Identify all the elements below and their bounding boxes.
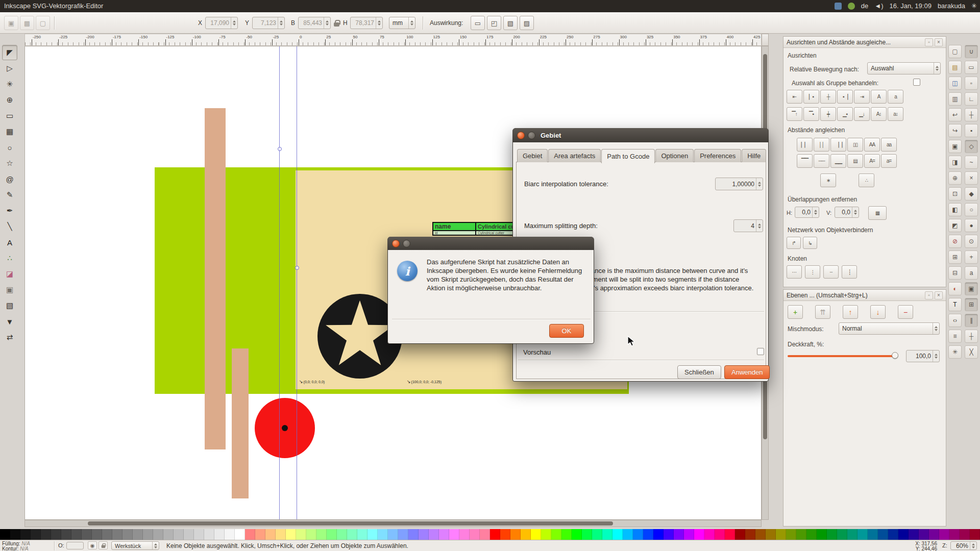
palette-swatch[interactable]: [286, 529, 296, 540]
palette-swatch[interactable]: [368, 529, 378, 540]
palette-swatch[interactable]: [265, 529, 276, 540]
palette-swatch[interactable]: [429, 529, 439, 540]
palette-swatch[interactable]: [715, 529, 725, 540]
distribute-gaps-h-button[interactable]: ▯▯: [847, 138, 863, 152]
distribute-left-edges-button[interactable]: ▏▏: [797, 138, 813, 152]
dialog-tab[interactable]: Preferences: [694, 149, 741, 162]
palette-swatch[interactable]: [92, 529, 102, 540]
zoom-tool[interactable]: ⊕: [2, 92, 17, 108]
palette-swatch[interactable]: [684, 529, 694, 540]
add-layer-button[interactable]: +: [788, 305, 803, 319]
palette-swatch[interactable]: [316, 529, 327, 540]
biarc-tolerance-field[interactable]: 1,00000: [715, 178, 763, 190]
palette-swatch[interactable]: [592, 529, 602, 540]
palette-swatch[interactable]: [735, 529, 745, 540]
palette-swatch[interactable]: [500, 529, 510, 540]
close-window-icon[interactable]: [517, 132, 525, 139]
snap-midpoints-toggle[interactable]: ●: [965, 219, 978, 232]
palette-swatch[interactable]: [633, 529, 643, 540]
session-gear-icon[interactable]: ✳: [971, 0, 977, 12]
palette-swatch[interactable]: [235, 529, 245, 540]
palette-swatch[interactable]: [531, 529, 541, 540]
panel-dock-button[interactable]: ▫: [925, 291, 933, 299]
zoom-field[interactable]: 60%: [950, 541, 977, 550]
width-stepper[interactable]: [324, 17, 330, 29]
palette-swatch[interactable]: [306, 529, 316, 540]
relative-to-stepper[interactable]: [934, 63, 940, 74]
palette-swatch[interactable]: [388, 529, 398, 540]
opacity-slider-handle[interactable]: [892, 352, 898, 359]
layer-lock-icon[interactable]: [99, 541, 108, 549]
palette-swatch[interactable]: [704, 529, 715, 540]
snap-bbox-midpoints-toggle[interactable]: ┼: [965, 108, 978, 121]
panel-close-button[interactable]: ×: [935, 38, 943, 46]
biarc-tolerance-stepper[interactable]: [756, 178, 763, 190]
snap-nodes-toggle[interactable]: ◇: [965, 140, 978, 153]
box3d-tool[interactable]: ▦: [2, 124, 17, 139]
align-text-vertical-button[interactable]: A↕: [871, 107, 887, 121]
palette-swatch[interactable]: [664, 529, 674, 540]
lower-layer-button[interactable]: ↓: [870, 305, 886, 319]
layer-visibility-icon[interactable]: ◉: [88, 541, 97, 549]
palette-swatch[interactable]: [122, 529, 133, 540]
palette-swatch[interactable]: [949, 529, 960, 540]
palette-swatch[interactable]: [786, 529, 796, 540]
snap-bbox-centers-toggle[interactable]: ▪: [965, 124, 978, 137]
width-field[interactable]: 85,443: [298, 17, 331, 29]
selector-tool[interactable]: ◤: [2, 45, 17, 60]
align-center-vertical-button[interactable]: ┼: [820, 90, 836, 104]
vertical-guide[interactable]: [297, 46, 297, 519]
star-tool[interactable]: ☆: [2, 156, 17, 171]
snap-enable-toggle[interactable]: ∪: [965, 45, 978, 58]
palette-swatch[interactable]: [31, 529, 41, 540]
align-dialog-button[interactable]: ≡: [948, 330, 962, 343]
palette-swatch[interactable]: [868, 529, 878, 540]
guide-anchor[interactable]: [278, 147, 282, 151]
palette-swatch[interactable]: [276, 529, 286, 540]
palette-swatch[interactable]: [572, 529, 582, 540]
x-stepper[interactable]: [231, 17, 237, 29]
palette-swatch[interactable]: [71, 529, 82, 540]
canvas-shape-salmon-bar-1[interactable]: [205, 108, 226, 449]
snap-text-baseline-toggle[interactable]: a: [965, 266, 978, 280]
palette-swatch[interactable]: [255, 529, 265, 540]
create-clone-button[interactable]: ◩: [948, 219, 962, 232]
palette-swatch[interactable]: [776, 529, 786, 540]
v-gap-field[interactable]: 0,0: [835, 207, 859, 218]
height-field[interactable]: 78,317: [350, 17, 383, 29]
palette-swatch[interactable]: [612, 529, 623, 540]
palette-swatch[interactable]: [796, 529, 806, 540]
dialog-tab[interactable]: Area artefacts: [548, 149, 601, 162]
spray-tool[interactable]: ∴: [2, 251, 17, 266]
palette-swatch[interactable]: [725, 529, 735, 540]
spiral-tool[interactable]: @: [2, 171, 17, 187]
unclump-button[interactable]: ∗: [820, 173, 836, 187]
horizontal-scrollbar-thumb[interactable]: [88, 521, 613, 525]
preview-checkbox[interactable]: [757, 348, 764, 355]
palette-swatch[interactable]: [143, 529, 153, 540]
h-gap-stepper[interactable]: [812, 207, 819, 217]
horizontal-scrollbar[interactable]: [24, 520, 762, 527]
palette-swatch[interactable]: [133, 529, 143, 540]
palette-swatch[interactable]: [0, 529, 10, 540]
palette-swatch[interactable]: [521, 529, 531, 540]
distribute-baseline-h-button[interactable]: aa: [881, 138, 897, 152]
print-button[interactable]: ▥: [948, 92, 962, 106]
palette-swatch[interactable]: [41, 529, 51, 540]
pencil-tool[interactable]: ✎: [2, 187, 17, 203]
palette-swatch[interactable]: [296, 529, 306, 540]
align-bottom-to-anchor-button[interactable]: ▁↓: [854, 107, 870, 121]
x-field[interactable]: 17,090: [205, 17, 238, 29]
align-left-to-anchor-button[interactable]: ⇤: [787, 90, 802, 104]
dialog-titlebar[interactable]: Gebiet: [512, 128, 769, 142]
gradient-tool[interactable]: ▧: [2, 298, 17, 313]
dialog-titlebar[interactable]: [387, 237, 594, 250]
align-nodes-v-button[interactable]: ⋮: [805, 265, 820, 279]
unlink-clone-button[interactable]: ⊘: [948, 235, 962, 248]
distribute-centers-v-button[interactable]: ──: [814, 154, 829, 168]
snap-page-border-toggle[interactable]: ▣: [965, 282, 978, 295]
selection-opacity-field[interactable]: [66, 542, 84, 549]
remove-overlaps-button[interactable]: ▦: [868, 206, 887, 220]
palette-swatch[interactable]: [174, 529, 184, 540]
palette-swatch[interactable]: [82, 529, 92, 540]
